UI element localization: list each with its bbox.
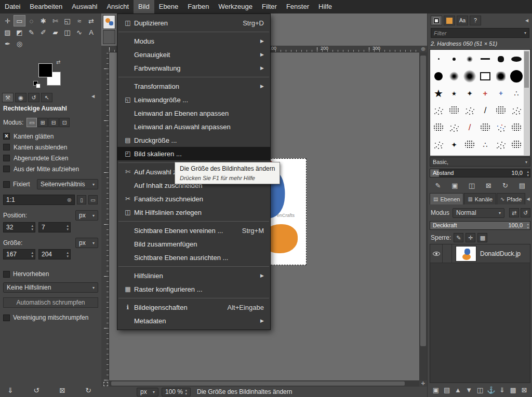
ruler-menu-icon[interactable] bbox=[419, 46, 427, 52]
menu-item-leinwandgr-e[interactable]: ◱Leinwandgröße ... bbox=[117, 93, 270, 106]
menu-item-raster-konfigurieren[interactable]: ▦Raster konfigurieren ... bbox=[117, 282, 270, 296]
checkbox[interactable] bbox=[3, 144, 10, 150]
size-unit-dropdown[interactable]: px bbox=[75, 238, 98, 248]
highlight-row[interactable]: Hervorheben bbox=[3, 269, 98, 279]
vertical-scrollbar[interactable] bbox=[419, 52, 427, 380]
tool-flip[interactable]: ⇄ bbox=[85, 15, 97, 26]
tool-paintbrush[interactable]: ✐ bbox=[37, 26, 49, 38]
lock-alpha[interactable]: ▩ bbox=[477, 233, 487, 242]
tool-gradient[interactable]: ▨ bbox=[2, 26, 14, 38]
mode-group-switch[interactable]: ⇄ bbox=[509, 208, 519, 217]
position-x-input[interactable]: 32 bbox=[3, 222, 35, 232]
brush-item[interactable] bbox=[477, 50, 493, 67]
fixiert-dropdown[interactable]: Seitenverhältnis bbox=[37, 179, 98, 189]
menu-item-mit-hilfslinien-zerlegen[interactable]: ◫Mit Hilfslinien zerlegen bbox=[117, 206, 270, 219]
brush-tag-dropdown[interactable]: Basic, bbox=[430, 157, 530, 167]
tool-unified-transform[interactable]: ◱ bbox=[61, 15, 73, 26]
portrait-orientation-button[interactable]: ▯ bbox=[77, 195, 86, 204]
spinner-arrows-icon[interactable] bbox=[527, 222, 529, 229]
position-y-input[interactable]: 7 bbox=[38, 222, 71, 232]
brush-item[interactable] bbox=[509, 102, 524, 119]
menu-item-farbverwaltung[interactable]: Farbverwaltung bbox=[117, 61, 270, 75]
refresh-brushes-button[interactable]: ↻ bbox=[500, 181, 511, 190]
option-abgerundete-ecken[interactable]: Abgerundete Ecken bbox=[3, 153, 98, 163]
tool-clone[interactable]: ◫ bbox=[61, 26, 73, 38]
brush-item[interactable] bbox=[493, 85, 509, 102]
layer-thumbnail[interactable] bbox=[456, 246, 476, 262]
duplicate-layer-button[interactable]: ◫ bbox=[475, 385, 485, 395]
layer-mode-dropdown[interactable]: Normal bbox=[453, 208, 504, 218]
position-unit-dropdown[interactable]: px bbox=[75, 210, 98, 221]
vertical-scrollbar-thumb[interactable] bbox=[420, 56, 426, 346]
brush-item[interactable] bbox=[431, 136, 446, 153]
option-kanten-gl-tten[interactable]: Kanten glätten bbox=[3, 131, 98, 142]
tool-warp-transform[interactable]: ≈ bbox=[73, 15, 85, 26]
collapse-dock-icon[interactable] bbox=[526, 197, 530, 201]
tool-smudge[interactable]: ∿ bbox=[73, 26, 85, 38]
delete-options-icon[interactable]: ⊠ bbox=[57, 386, 68, 394]
menubar-item-datei[interactable]: Datei bbox=[0, 0, 25, 13]
spinner-arrows-icon[interactable] bbox=[66, 251, 69, 258]
menu-item-bild-skalieren[interactable]: ◰Bild skalieren ... bbox=[117, 147, 270, 160]
brush-item[interactable] bbox=[462, 136, 477, 153]
edit-brush-button[interactable]: ✎ bbox=[433, 181, 443, 190]
brush-item[interactable] bbox=[477, 67, 493, 85]
menu-item-sichtbare-ebenen-vereinen[interactable]: Sichtbare Ebenen vereinen ...Strg+M bbox=[117, 224, 270, 237]
menubar-item-auswahl[interactable]: Auswahl bbox=[67, 0, 102, 13]
add-mask-button[interactable]: ▩ bbox=[508, 385, 518, 395]
brush-item[interactable] bbox=[509, 85, 524, 102]
brush-item[interactable] bbox=[446, 50, 462, 67]
image-tab-active[interactable] bbox=[103, 15, 115, 29]
spinner-arrows-icon[interactable] bbox=[185, 388, 187, 395]
spinner-arrows-icon[interactable] bbox=[31, 224, 33, 231]
brush-item[interactable] bbox=[493, 50, 509, 67]
mode-reset[interactable]: ↺ bbox=[521, 208, 530, 217]
checkbox[interactable] bbox=[3, 133, 10, 140]
ratio-input[interactable]: 1:1 bbox=[3, 195, 75, 205]
brush-item[interactable] bbox=[509, 119, 524, 136]
lower-layer-button[interactable]: ▼ bbox=[464, 385, 474, 395]
brush-item[interactable] bbox=[493, 136, 509, 153]
spinner-arrows-icon[interactable] bbox=[31, 251, 33, 258]
brush-item[interactable] bbox=[493, 67, 509, 85]
menu-item-modus[interactable]: Modus bbox=[117, 34, 270, 48]
new-group-button[interactable]: ▤ bbox=[442, 385, 452, 395]
menu-item-sichtbare-ebenen-ausrichten[interactable]: Sichtbare Ebenen ausrichten ... bbox=[117, 251, 270, 264]
brushes-tab[interactable] bbox=[431, 16, 442, 25]
menu-item-leinwand-an-auswahl-anpassen[interactable]: Leinwand an Auswahl anpassen bbox=[117, 120, 270, 133]
brush-item[interactable] bbox=[431, 102, 446, 119]
brush-item[interactable] bbox=[493, 119, 509, 136]
brush-item[interactable] bbox=[509, 50, 524, 67]
anchor-layer-button[interactable]: ⚓ bbox=[486, 385, 496, 395]
size-height-input[interactable]: 204 bbox=[38, 249, 71, 259]
menu-item-leinwand-an-ebenen-anpassen[interactable]: Leinwand an Ebenen anpassen bbox=[117, 106, 270, 120]
patterns-tab[interactable] bbox=[444, 16, 455, 25]
hervorheben-checkbox[interactable] bbox=[3, 271, 10, 278]
brush-item[interactable] bbox=[477, 85, 493, 102]
delete-layer-button[interactable]: ⊠ bbox=[519, 385, 529, 395]
menu-item-bildeigenschaften[interactable]: ℹBildeigenschaftenAlt+Eingabe bbox=[117, 300, 270, 314]
document-history-tab[interactable]: ? bbox=[470, 16, 481, 25]
tool-move[interactable]: ✛ bbox=[2, 15, 14, 26]
mode-replace[interactable]: ▭ bbox=[26, 118, 37, 127]
layer-visibility-cell[interactable] bbox=[430, 244, 443, 263]
delete-brush-button[interactable]: ⊠ bbox=[483, 181, 494, 190]
brush-scrollbar[interactable] bbox=[524, 50, 529, 155]
landscape-orientation-button[interactable]: ▭ bbox=[88, 195, 98, 204]
shrink-merged-checkbox[interactable] bbox=[3, 314, 10, 321]
brush-scrollbar-thumb[interactable] bbox=[524, 51, 529, 88]
menu-item-hilfslinien[interactable]: Hilfslinien bbox=[117, 269, 270, 282]
menubar-item-fenster[interactable]: Fenster bbox=[282, 0, 314, 13]
reset-options-icon[interactable]: ↻ bbox=[83, 386, 94, 394]
tool-free-select[interactable]: ◌ bbox=[25, 15, 37, 26]
undo-history-tab[interactable]: ↺ bbox=[28, 93, 39, 102]
brush-spacing-slider[interactable]: Abstand 10,0 bbox=[430, 169, 530, 177]
menubar-item-ebene[interactable]: Ebene bbox=[154, 0, 183, 13]
brush-item[interactable] bbox=[431, 119, 446, 136]
brush-item[interactable] bbox=[509, 136, 524, 153]
menubar-item-filter[interactable]: Filter bbox=[257, 0, 282, 13]
image-tab-inactive[interactable] bbox=[103, 30, 115, 44]
tool-zoom[interactable]: ◎ bbox=[14, 38, 25, 49]
brush-item[interactable] bbox=[446, 85, 462, 102]
menubar-item-bearbeiten[interactable]: Bearbeiten bbox=[25, 0, 67, 13]
